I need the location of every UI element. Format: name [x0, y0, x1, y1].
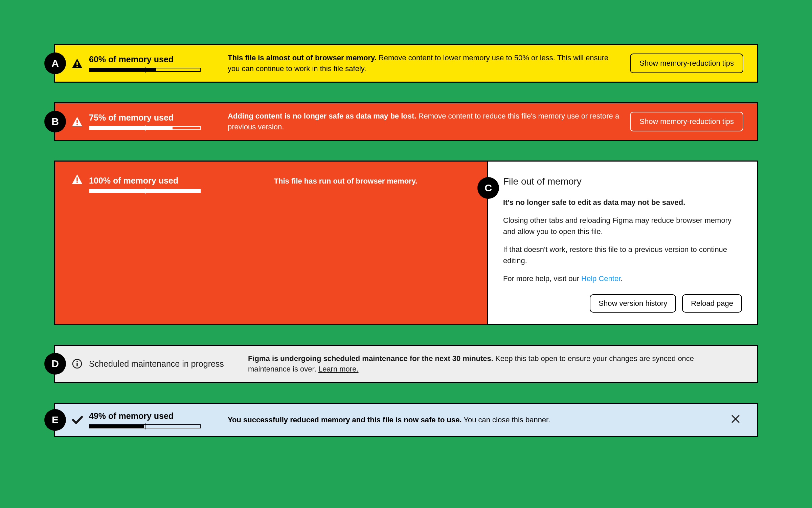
memory-tips-button[interactable]: Show memory-reduction tips [630, 112, 743, 131]
callout-badge-d: D [44, 353, 66, 375]
dialog-paragraph: If that doesn't work, restore this file … [503, 244, 742, 266]
info-icon [72, 359, 89, 369]
svg-rect-1 [76, 66, 78, 67]
warning-icon [72, 59, 89, 68]
reload-page-button[interactable]: Reload page [682, 294, 742, 313]
out-of-memory-row: 100% of memory used This file has run ou… [54, 161, 758, 325]
memory-meter [89, 68, 201, 72]
dialog-paragraph: Closing other tabs and reloading Figma m… [503, 215, 742, 237]
warning-icon [72, 174, 89, 184]
svg-rect-2 [76, 120, 78, 123]
memory-meter [89, 424, 201, 428]
memory-meter [89, 126, 201, 130]
callout-badge-a: A [44, 52, 66, 74]
warning-message: Adding content is no longer safe as data… [228, 111, 630, 132]
success-message: You successfully reduced memory and this… [228, 415, 728, 425]
dialog-help: For more help, visit our Help Center. [503, 273, 742, 284]
show-version-history-button[interactable]: Show version history [590, 294, 676, 313]
svg-rect-5 [76, 182, 78, 183]
callout-badge-b: B [44, 111, 66, 132]
dialog-title: File out of memory [503, 174, 742, 189]
svg-rect-4 [76, 177, 78, 181]
svg-rect-3 [76, 124, 78, 125]
help-center-link[interactable]: Help Center [581, 274, 621, 283]
callout-badge-e: E [44, 409, 66, 431]
maintenance-banner: D Scheduled maintenance in progress Figm… [54, 345, 758, 383]
callout-badge-c: C [477, 177, 499, 199]
learn-more-link[interactable]: Learn more. [318, 365, 359, 373]
memory-meter [89, 189, 201, 193]
memory-percent-heading: 100% of memory used [89, 176, 218, 186]
warning-message: This file is almost out of browser memor… [228, 52, 630, 74]
out-of-memory-dialog: C File out of memory It's no longer safe… [487, 161, 758, 325]
close-icon[interactable] [728, 414, 743, 426]
memory-success-banner: E 49% of memory used You successfully re… [54, 403, 758, 437]
memory-percent-heading: 75% of memory used [89, 113, 218, 123]
maintenance-message: Figma is undergoing scheduled maintenanc… [248, 353, 743, 375]
memory-tips-button[interactable]: Show memory-reduction tips [630, 54, 743, 73]
svg-rect-8 [76, 363, 77, 366]
warning-message: This file has run out of browser memory. [228, 176, 474, 187]
warning-icon [72, 117, 89, 126]
memory-percent-heading: 49% of memory used [89, 411, 218, 421]
svg-rect-7 [76, 361, 77, 362]
memory-warning-banner-c: 100% of memory used This file has run ou… [54, 161, 487, 325]
memory-warning-banner-a: A 60% of memory used This file is almost… [54, 44, 758, 83]
memory-warning-banner-b: B 75% of memory used Adding content is n… [54, 102, 758, 141]
svg-rect-0 [76, 62, 78, 65]
maintenance-heading: Scheduled maintenance in progress [89, 359, 248, 369]
check-icon [72, 416, 89, 424]
dialog-warning: It's no longer safe to edit as data may … [503, 197, 742, 208]
memory-percent-heading: 60% of memory used [89, 55, 218, 64]
